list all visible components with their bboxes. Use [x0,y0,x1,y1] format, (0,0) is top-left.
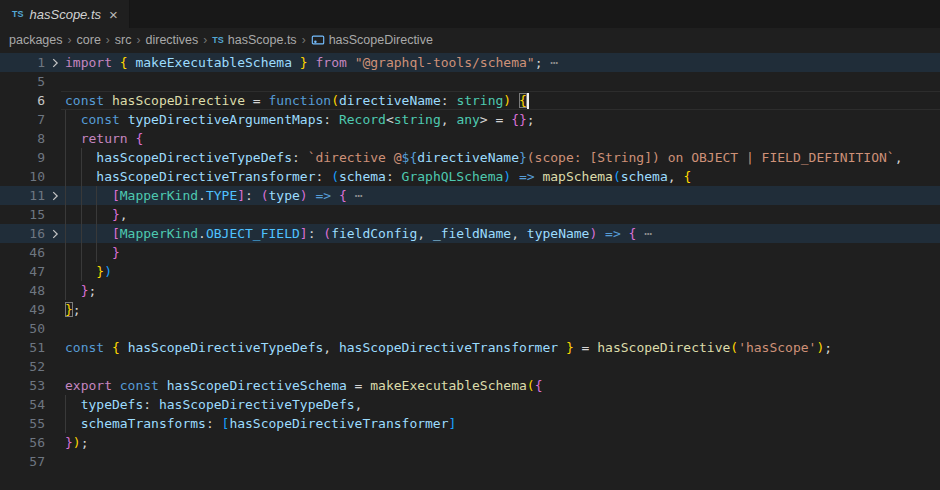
breadcrumb: packages›core›src›directives›TShasScope.… [0,28,940,51]
code-token: OBJECT_FIELD [206,226,300,241]
code-line-48[interactable]: 48 }; [0,281,940,300]
code-token [120,340,128,355]
fold-gutter [45,300,65,319]
code-token: string [456,93,503,108]
code-line-10[interactable]: 10 hasScopeDirectiveTransformer: (schema… [0,167,940,186]
code-token: ${ [402,150,418,165]
code-token: { [535,378,543,393]
code-token: . [198,226,206,241]
code-line-5[interactable]: 5 [0,72,940,91]
breadcrumb-item-hasscope-ts[interactable]: TShasScope.ts [212,33,296,47]
code-line-57[interactable]: 57 [0,452,940,471]
code-token: ; [73,302,81,317]
indent-guide [65,281,66,300]
code-token: hasScopeDirectiveTypeDefs [128,340,324,355]
code-token: schemaTransforms [81,416,206,431]
code-token [292,55,300,70]
code-line-49[interactable]: 49}; [0,300,940,319]
line-number: 6 [0,91,45,110]
line-number: 8 [0,129,45,148]
code-line-content [65,452,940,471]
fold-chevron-icon[interactable] [45,53,65,72]
code-token [347,55,355,70]
breadcrumb-item-packages[interactable]: packages [9,33,63,47]
code-token: ] [300,226,308,241]
line-number: 7 [0,110,45,129]
breadcrumb-label: hasScopeDirective [329,33,433,47]
code-token [65,112,81,127]
code-line-7[interactable]: 7 const typeDirectiveArgumentMaps: Recor… [0,110,940,129]
code-token: } [112,207,120,222]
breadcrumb-label: src [115,33,132,47]
line-number: 51 [0,338,45,357]
breadcrumb-item-core[interactable]: core [77,33,101,47]
fold-gutter [45,148,65,167]
code-token: hasScopeDirective [597,340,730,355]
code-line-55[interactable]: 55 schemaTransforms: [hasScopeDirectiveT… [0,414,940,433]
code-line-53[interactable]: 53export const hasScopeDirectiveSchema =… [0,376,940,395]
code-line-11[interactable]: 11 [MapperKind.TYPE]: (type) => { ⋯ [0,186,940,205]
fold-chevron-icon[interactable] [45,186,65,205]
indent-guide [65,186,66,205]
typescript-file-icon: TS [212,35,224,45]
line-number: 48 [0,281,45,300]
code-token: : [315,169,331,184]
fold-gutter [45,129,65,148]
fold-chevron-icon[interactable] [45,224,65,243]
code-token: typeName [527,226,590,241]
code-token: , [895,150,903,165]
code-token: < [386,112,394,127]
code-line-15[interactable]: 15 }, [0,205,940,224]
breadcrumb-separator: › [106,33,110,47]
code-line-46[interactable]: 46 } [0,243,940,262]
close-icon[interactable]: × [107,7,120,22]
code-token: = [574,340,597,355]
indent-guide [96,224,97,243]
code-token: ; [81,435,89,450]
code-token: : [441,93,457,108]
code-line-9[interactable]: 9 hasScopeDirectiveTypeDefs: `directive … [0,148,940,167]
fold-gutter [45,319,65,338]
code-token: [ [112,188,120,203]
code-token [120,112,128,127]
code-line-51[interactable]: 51const { hasScopeDirectiveTypeDefs, has… [0,338,940,357]
line-number: 5 [0,72,45,91]
code-line-6[interactable]: 6const hasScopeDirective = function(dire… [0,91,940,110]
code-token [65,131,81,146]
code-token: {} [511,112,527,127]
code-token: const [81,112,120,127]
code-line-content [65,319,940,338]
code-editor[interactable]: 1import { makeExecutableSchema } from "@… [0,51,940,471]
code-line-47[interactable]: 47 }) [0,262,940,281]
code-line-1[interactable]: 1import { makeExecutableSchema } from "@… [0,53,940,72]
code-token [308,188,316,203]
code-token: : [323,112,339,127]
line-number: 56 [0,433,45,452]
code-token: ) [73,435,81,450]
code-line-16[interactable]: 16 [MapperKind.OBJECT_FIELD]: (fieldConf… [0,224,940,243]
code-token: : [292,150,308,165]
breadcrumb-item-directives[interactable]: directives [146,33,199,47]
tab-hasscope[interactable]: TS hasScope.ts × [0,0,130,28]
code-line-54[interactable]: 54 typeDefs: hasScopeDirectiveTypeDefs, [0,395,940,414]
code-token: mapSchema [542,169,612,184]
line-number: 9 [0,148,45,167]
code-token: } [65,302,73,317]
code-line-content: }, [65,205,940,224]
code-token: } [65,435,73,450]
code-token: directiveName [339,93,441,108]
code-line-50[interactable]: 50 [0,319,940,338]
code-token: hasScopeDirective [112,93,245,108]
breadcrumb-item-src[interactable]: src [115,33,132,47]
indent-guide [65,224,66,243]
code-line-8[interactable]: 8 return { [0,129,940,148]
fold-gutter [45,414,65,433]
breadcrumb-item-hasscopedirective[interactable]: hasScopeDirective [311,33,433,47]
code-token: { [135,131,143,146]
code-line-56[interactable]: 56}); [0,433,940,452]
code-token: { [683,169,691,184]
code-token: ; [88,283,96,298]
line-number: 16 [0,224,45,243]
indent-guide [96,205,97,224]
code-line-52[interactable]: 52 [0,357,940,376]
